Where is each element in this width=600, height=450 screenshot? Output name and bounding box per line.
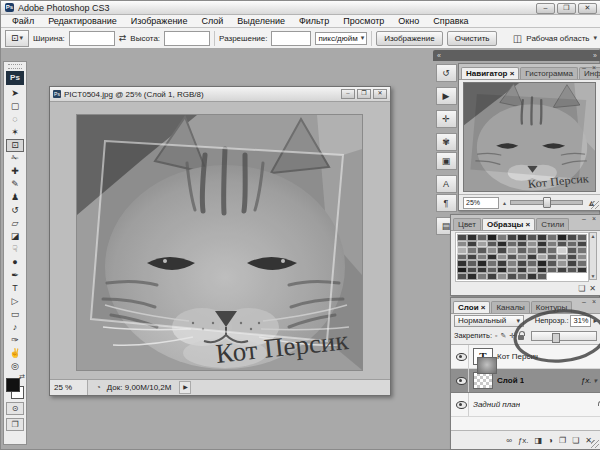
pen-tool[interactable]: ✒: [6, 269, 24, 282]
resolution-input[interactable]: [271, 31, 311, 46]
smudge-tool[interactable]: ☟: [6, 243, 24, 256]
crop-tool[interactable]: ⊡: [6, 139, 24, 152]
menu-item-5[interactable]: Фильтр: [292, 16, 336, 26]
swatch[interactable]: [537, 273, 547, 280]
delete-swatch-button[interactable]: ✕: [589, 284, 596, 293]
layer-row-background[interactable]: Задний план: [451, 393, 600, 417]
type-tool[interactable]: T: [6, 282, 24, 295]
menu-item-0[interactable]: Файл: [5, 16, 41, 26]
eye-icon[interactable]: [456, 353, 467, 361]
screen-mode-button[interactable]: ❐: [6, 418, 24, 431]
swatch[interactable]: [517, 273, 527, 280]
layer-name[interactable]: Кот Персик: [497, 352, 538, 361]
dodge-tool[interactable]: ●: [6, 256, 24, 269]
visibility-cell[interactable]: [454, 393, 469, 416]
close-button[interactable]: ✕: [578, 3, 597, 14]
notes-tool[interactable]: ♪: [6, 321, 24, 334]
paragraph-panel-icon[interactable]: ¶: [436, 194, 457, 212]
actions-panel-icon[interactable]: ▶: [436, 87, 457, 105]
slice-tool[interactable]: ✁: [6, 152, 24, 165]
link-layers-icon[interactable]: ∞: [506, 436, 512, 445]
document-canvas[interactable]: Кот Персик: [50, 102, 390, 380]
quick-mask-button[interactable]: ⊙: [6, 402, 24, 415]
panel-collapse-icons[interactable]: – ×: [582, 298, 598, 305]
swatch-scrollbar[interactable]: ▲ ▼: [589, 232, 597, 280]
layer-style-badge[interactable]: ƒx.: [581, 376, 592, 385]
status-zoom[interactable]: 25 %: [50, 380, 88, 395]
layer-row-selected[interactable]: Слой 1 ƒx. ▾: [451, 369, 600, 393]
swatch[interactable]: [577, 273, 587, 280]
scroll-down-icon[interactable]: ▼: [591, 273, 596, 279]
adjustment-layer-icon[interactable]: ◑: [548, 436, 553, 445]
visibility-cell[interactable]: [454, 345, 469, 368]
height-input[interactable]: [164, 31, 210, 46]
visibility-cell[interactable]: [454, 369, 469, 392]
tab-0[interactable]: Навигатор ×: [461, 67, 519, 79]
doc-maximize-button[interactable]: ❐: [357, 89, 371, 99]
zoom-out-icon[interactable]: ▴: [503, 199, 506, 206]
panel-collapse-icons[interactable]: – ×: [582, 215, 598, 222]
foreground-color-chip[interactable]: [6, 378, 20, 392]
move-tool[interactable]: ➤: [6, 87, 24, 100]
tab-0[interactable]: Слои ×: [453, 301, 490, 313]
menu-item-4[interactable]: Выделение: [230, 16, 292, 26]
swatch[interactable]: [567, 273, 577, 280]
layer-name[interactable]: Задний план: [473, 400, 520, 409]
layer-row-text[interactable]: T Кот Персик: [451, 345, 600, 369]
swatch[interactable]: [527, 273, 537, 280]
opacity-slider[interactable]: [531, 331, 597, 341]
new-group-icon[interactable]: ❐: [559, 436, 566, 445]
tab-1[interactable]: Образцы ×: [482, 218, 535, 230]
swatch-grid[interactable]: [455, 232, 589, 282]
background-layer-thumbnail[interactable]: [477, 357, 497, 374]
tab-2[interactable]: Стили: [536, 218, 569, 230]
shape-tool[interactable]: ▭: [6, 308, 24, 321]
expand-dock-icon[interactable]: »: [593, 52, 597, 59]
document-title-bar[interactable]: Ps PICT0504.jpg @ 25% (Слой 1, RGB/8) – …: [50, 87, 390, 102]
doc-close-button[interactable]: ✕: [373, 89, 387, 99]
brush-tool[interactable]: ✎: [6, 178, 24, 191]
blend-mode-select[interactable]: Нормальный ▾: [454, 315, 524, 327]
maximize-button[interactable]: ❐: [557, 3, 576, 14]
tab-1[interactable]: Каналы: [491, 301, 529, 313]
opacity-value[interactable]: 31%: [570, 315, 591, 327]
healing-brush-tool[interactable]: ✚: [6, 165, 24, 178]
swatch[interactable]: [487, 273, 497, 280]
navigator-thumbnail[interactable]: Кот Персик: [463, 82, 596, 192]
resolution-units-select[interactable]: пикс/дюйм ▾: [315, 32, 367, 45]
menu-item-2[interactable]: Изображение: [124, 16, 195, 26]
resize-grip[interactable]: [591, 440, 599, 448]
scroll-up-icon[interactable]: ▲: [591, 233, 596, 239]
opacity-slider-thumb[interactable]: [552, 333, 560, 343]
eyedropper-tool[interactable]: ✑: [6, 334, 24, 347]
layer-style-icon[interactable]: ƒx.: [518, 436, 529, 445]
history-panel-icon[interactable]: ↺: [436, 64, 457, 82]
swatch[interactable]: [547, 273, 557, 280]
quick-selection-tool[interactable]: ✶: [6, 126, 24, 139]
menu-item-6[interactable]: Просмотр: [336, 16, 391, 26]
layer-thumbnail[interactable]: [473, 372, 493, 389]
layer-mask-icon[interactable]: ◨: [535, 436, 543, 445]
zoom-tool[interactable]: ◎: [6, 360, 24, 373]
swatch[interactable]: [477, 273, 487, 280]
swatch[interactable]: [507, 273, 517, 280]
navigator-zoom-slider[interactable]: [510, 200, 583, 205]
workspace-menu[interactable]: Рабочая область: [526, 34, 589, 43]
path-selection-tool[interactable]: ▷: [6, 295, 24, 308]
navigator-zoom-input[interactable]: 25%: [463, 197, 499, 209]
lock-pixels-icon[interactable]: ✎: [501, 332, 507, 340]
tab-2[interactable]: Контуры: [531, 301, 572, 313]
panel-collapse-icons[interactable]: – ×: [582, 64, 598, 71]
lock-position-icon[interactable]: ✛: [509, 332, 515, 340]
menu-item-8[interactable]: Справка: [426, 16, 475, 26]
swatch[interactable]: [457, 273, 467, 280]
menu-item-3[interactable]: Слой: [194, 16, 230, 26]
eye-icon[interactable]: [456, 377, 467, 385]
eye-icon[interactable]: [456, 401, 467, 409]
new-swatch-button[interactable]: ❏: [578, 284, 585, 293]
hand-tool[interactable]: ✌: [6, 347, 24, 360]
history-brush-tool[interactable]: ↺: [6, 204, 24, 217]
front-image-button[interactable]: Изображение: [376, 31, 442, 46]
toolbox-grip[interactable]: [8, 64, 22, 69]
character-panel-icon[interactable]: A: [436, 175, 457, 193]
